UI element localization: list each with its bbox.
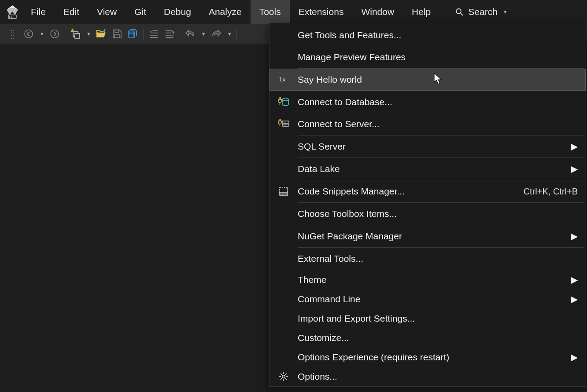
svg-line-43: [281, 374, 282, 375]
menubar: PRE File Edit View Git Debug Analyze Too…: [0, 0, 587, 24]
chevron-down-icon[interactable]: ▼: [200, 31, 206, 37]
db-plug-icon: [270, 96, 298, 108]
chevron-right-icon: ▶: [568, 275, 578, 285]
menu-connect-database[interactable]: Connect to Database...: [270, 91, 586, 113]
svg-rect-21: [130, 31, 133, 33]
svg-point-12: [11, 38, 12, 39]
svg-point-14: [25, 30, 33, 38]
menu-code-snippets[interactable]: Code Snippets Manager... Ctrl+K, Ctrl+B: [270, 180, 586, 202]
save-button[interactable]: [111, 28, 123, 40]
menu-options[interactable]: Options...: [270, 367, 586, 386]
menu-help[interactable]: Help: [403, 0, 439, 24]
svg-text:PRE: PRE: [9, 15, 16, 18]
svg-line-44: [285, 378, 287, 380]
svg-point-4: [456, 9, 461, 14]
menu-say-hello-world[interactable]: 1x Say Hello world: [270, 69, 586, 91]
open-folder-button[interactable]: [96, 28, 107, 40]
menu-data-lake[interactable]: Data Lake ▶: [270, 158, 586, 180]
svg-point-7: [13, 30, 15, 31]
menu-view[interactable]: View: [88, 0, 126, 24]
svg-point-31: [282, 98, 288, 101]
chevron-down-icon[interactable]: ▼: [226, 31, 232, 37]
svg-rect-19: [114, 34, 120, 38]
svg-point-13: [13, 38, 15, 39]
menu-theme[interactable]: Theme ▶: [270, 270, 586, 289]
menu-tools[interactable]: Tools: [251, 0, 290, 24]
undo-button[interactable]: [185, 28, 196, 40]
svg-rect-37: [280, 192, 288, 195]
chevron-down-icon[interactable]: ▼: [39, 31, 44, 37]
redo-button[interactable]: [210, 28, 222, 40]
menu-file[interactable]: File: [22, 0, 55, 24]
drag-handle-icon[interactable]: [7, 28, 18, 40]
chevron-right-icon: ▶: [568, 294, 578, 304]
tools-dropdown: Get Tools and Features... Manage Preview…: [269, 23, 586, 387]
menu-extensions[interactable]: Extensions: [290, 0, 353, 24]
svg-point-11: [13, 35, 15, 37]
search-icon: [455, 7, 464, 16]
gear-icon: [270, 372, 298, 381]
svg-point-6: [11, 30, 12, 31]
svg-point-8: [11, 33, 12, 34]
menu-edit[interactable]: Edit: [55, 0, 88, 24]
chevron-right-icon: ▶: [568, 231, 578, 242]
menu-external-tools[interactable]: External Tools...: [270, 248, 586, 270]
nav-forward-button[interactable]: [49, 28, 60, 40]
snippet-box-icon: [270, 187, 298, 196]
indent-button[interactable]: [164, 28, 175, 40]
svg-text:1x: 1x: [279, 76, 286, 83]
svg-point-15: [51, 30, 59, 38]
search-chevron-down-icon: ▼: [502, 9, 508, 15]
menu-window[interactable]: Window: [352, 0, 403, 24]
svg-point-9: [13, 33, 15, 34]
menubar-separator: [446, 5, 446, 19]
menu-analyze[interactable]: Analyze: [200, 0, 251, 24]
save-all-button[interactable]: [127, 28, 139, 40]
menu-command-line[interactable]: Command Line ▶: [270, 289, 586, 309]
menu-connect-server[interactable]: Connect to Server...: [270, 113, 586, 135]
one-x-badge-icon: 1x: [270, 76, 298, 83]
app-icon: PRE: [3, 4, 22, 19]
server-plug-icon: [270, 118, 298, 130]
toolbar-separator: [236, 28, 237, 40]
new-item-button[interactable]: [70, 28, 81, 40]
menu-import-export[interactable]: Import and Export Settings...: [270, 309, 586, 328]
menu-nuget[interactable]: NuGet Package Manager ▶: [270, 225, 586, 247]
nav-back-button[interactable]: [23, 28, 34, 40]
shortcut-text: Ctrl+K, Ctrl+B: [524, 187, 578, 197]
menu-choose-toolbox[interactable]: Choose Toolbox Items...: [270, 203, 586, 225]
svg-point-10: [11, 35, 12, 37]
svg-rect-18: [115, 30, 118, 33]
menu-options-experience[interactable]: Options Experience (requires restart) ▶: [270, 348, 586, 367]
chevron-down-icon[interactable]: ▼: [85, 31, 91, 37]
menu-get-tools[interactable]: Get Tools and Features...: [270, 24, 586, 46]
outdent-button[interactable]: [148, 28, 159, 40]
menu-debug[interactable]: Debug: [155, 0, 200, 24]
svg-line-46: [281, 378, 282, 380]
menu-customize[interactable]: Customize...: [270, 328, 586, 348]
menu-git[interactable]: Git: [126, 0, 155, 24]
menu-manage-preview[interactable]: Manage Preview Features: [270, 46, 586, 68]
search-label: Search: [468, 7, 498, 17]
svg-line-5: [461, 13, 463, 15]
svg-line-45: [285, 374, 287, 375]
svg-point-38: [282, 375, 285, 378]
chevron-right-icon: ▶: [568, 164, 578, 174]
menu-sql-server[interactable]: SQL Server ▶: [270, 136, 586, 158]
chevron-right-icon: ▶: [568, 141, 578, 152]
search-box[interactable]: Search ▼: [452, 7, 507, 17]
svg-rect-17: [75, 33, 80, 38]
svg-rect-20: [129, 34, 133, 37]
chevron-right-icon: ▶: [568, 352, 578, 363]
